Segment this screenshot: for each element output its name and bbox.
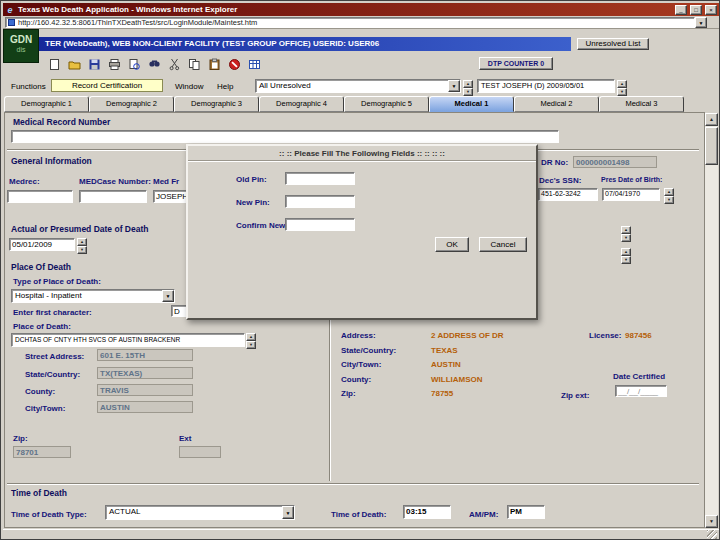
resize-grip[interactable] <box>707 530 717 539</box>
current-record-field[interactable]: TEST JOSEPH (D) 2009/05/01 <box>477 79 615 93</box>
cert-city-value: AUSTIN <box>431 360 461 369</box>
dob-label: Pres Date of Birth: <box>601 176 662 183</box>
cert-address-value: 2 ADDRESS OF DR <box>431 331 504 340</box>
right-field-spinner[interactable]: ▲ ▼ <box>621 226 631 239</box>
open-folder-icon[interactable] <box>65 56 84 73</box>
tab-demographic-3[interactable]: Demographic 3 <box>174 96 259 112</box>
spin-up-icon[interactable]: ▲ <box>463 80 473 88</box>
city-value: AUSTIN <box>97 401 193 413</box>
unresolved-filter-select[interactable]: All Unresolved ▼ <box>255 79 461 93</box>
spin-down-icon[interactable]: ▼ <box>77 246 87 254</box>
find-icon[interactable] <box>145 56 164 73</box>
app-logo: GDN dis <box>3 29 39 63</box>
dob-value-field[interactable]: 07/04/1970 <box>602 188 660 201</box>
spin-up-icon[interactable]: ▲ <box>621 226 631 234</box>
cert-zip-ext-label: Zip ext: <box>561 391 589 400</box>
tod-label: Time of Death: <box>331 510 386 519</box>
menu-window[interactable]: Window <box>175 82 203 91</box>
new-pin-label: New Pin: <box>236 198 270 207</box>
spin-up-icon[interactable]: ▲ <box>664 188 674 196</box>
print-preview-icon[interactable] <box>125 56 144 73</box>
date-of-death-spinner[interactable]: ▲ ▼ <box>77 238 87 251</box>
paste-icon[interactable] <box>205 56 224 73</box>
tab-demographic-5[interactable]: Demographic 5 <box>344 96 429 112</box>
state-value: TX(TEXAS) <box>97 367 193 379</box>
general-information-label: General Information <box>11 156 92 166</box>
close-button[interactable]: × <box>705 5 717 15</box>
dob-spinner[interactable]: ▲ ▼ <box>664 188 674 201</box>
spin-down-icon[interactable]: ▼ <box>246 341 256 349</box>
tab-demographic-1[interactable]: Demographic 1 <box>4 96 89 112</box>
tab-medical-1[interactable]: Medical 1 <box>429 96 514 112</box>
new-document-icon[interactable] <box>45 56 64 73</box>
first-char-label: Enter first character: <box>13 308 92 317</box>
place-type-select[interactable]: Hospital - Inpatient ▼ <box>11 289 175 303</box>
address-input[interactable]: http://160.42.32.5:8061/ThinTXDeathTest/… <box>5 17 695 28</box>
filter-spinner[interactable]: ▲ ▼ <box>463 80 473 93</box>
filter-dropdown-arrow-icon[interactable]: ▼ <box>448 80 460 92</box>
date-certified-label: Date Certified <box>613 372 665 381</box>
cancel-button[interactable]: Cancel <box>479 237 527 252</box>
new-pin-input[interactable] <box>285 195 355 208</box>
dropdown-arrow-icon[interactable]: ▼ <box>282 506 294 519</box>
vertical-scrollbar[interactable]: ▲ ▼ <box>705 113 718 528</box>
ie-window: e Texas Web Death Application - Windows … <box>0 0 720 540</box>
zip-value: 78701 <box>13 446 71 458</box>
medical-record-number-input[interactable] <box>11 130 559 143</box>
record-spinner[interactable]: ▲ ▼ <box>617 80 627 93</box>
old-pin-input[interactable] <box>285 172 355 185</box>
menu-functions[interactable]: Functions <box>11 82 46 91</box>
place-spinner[interactable]: ▲ ▼ <box>246 333 256 347</box>
place-type-label: Type of Place of Death: <box>13 277 101 286</box>
medrec-input[interactable] <box>7 190 73 203</box>
spin-down-icon[interactable]: ▼ <box>664 196 674 204</box>
print-icon[interactable] <box>105 56 124 73</box>
scroll-down-icon[interactable]: ▼ <box>705 515 718 528</box>
copy-icon[interactable] <box>185 56 204 73</box>
spin-up-icon[interactable]: ▲ <box>77 238 87 246</box>
cut-icon[interactable] <box>165 56 184 73</box>
minimize-button[interactable]: _ <box>675 5 687 15</box>
date-certified-input[interactable]: __/__/____ <box>615 385 667 397</box>
tab-demographic-4[interactable]: Demographic 4 <box>259 96 344 112</box>
save-icon[interactable] <box>85 56 104 73</box>
cert-city-label: City/Town: <box>341 360 381 369</box>
confirm-pin-input[interactable] <box>285 218 355 231</box>
place-name-label: Place of Death: <box>13 322 71 331</box>
spin-down-icon[interactable]: ▼ <box>621 234 631 242</box>
spin-down-icon[interactable]: ▼ <box>621 256 631 264</box>
menu-record-certification[interactable]: Record Certification <box>51 79 163 92</box>
scroll-up-icon[interactable]: ▲ <box>705 113 718 126</box>
dropdown-arrow-icon[interactable]: ▼ <box>162 290 174 302</box>
tod-type-label: Time of Death Type: <box>11 510 87 519</box>
section-divider <box>7 483 699 485</box>
tod-type-select[interactable]: ACTUAL ▼ <box>105 505 295 520</box>
spin-up-icon[interactable]: ▲ <box>621 248 631 256</box>
unresolved-list-button[interactable]: Unresolved List <box>577 38 649 50</box>
right-field-spinner[interactable]: ▲ ▼ <box>621 248 631 261</box>
pin-dialog-title: :: :: Please Fill The Following Fields :… <box>188 146 536 161</box>
address-dropdown-arrow-icon[interactable]: ▼ <box>695 17 707 28</box>
tod-input[interactable]: 03:15 <box>403 505 451 519</box>
spin-up-icon[interactable]: ▲ <box>246 333 256 341</box>
stop-icon[interactable] <box>225 56 244 73</box>
scrollbar-thumb[interactable] <box>705 127 718 165</box>
ssn-value-field[interactable]: 451-62-3242 <box>538 188 598 201</box>
menu-help[interactable]: Help <box>217 82 233 91</box>
date-of-death-input[interactable]: 05/01/2009 <box>9 238 75 251</box>
medcase-input[interactable] <box>79 190 147 203</box>
ampm-label: AM/PM: <box>469 510 498 519</box>
spin-down-icon[interactable]: ▼ <box>617 88 627 96</box>
zip-ext-label: Ext <box>179 434 191 443</box>
ok-button[interactable]: OK <box>435 237 469 252</box>
tab-demographic-2[interactable]: Demographic 2 <box>89 96 174 112</box>
tab-medical-2[interactable]: Medical 2 <box>514 96 599 112</box>
place-name-select[interactable]: DCHTAS OF CNTY HTH SVCS OF AUSTIN BRACKE… <box>11 333 245 347</box>
table-icon[interactable] <box>245 56 264 73</box>
tab-medical-3[interactable]: Medical 3 <box>599 96 684 112</box>
maximize-button[interactable]: □ <box>690 5 702 15</box>
ampm-input[interactable]: PM <box>507 505 545 519</box>
spin-down-icon[interactable]: ▼ <box>463 88 473 96</box>
zip-ext-value <box>179 446 221 458</box>
spin-up-icon[interactable]: ▲ <box>617 80 627 88</box>
